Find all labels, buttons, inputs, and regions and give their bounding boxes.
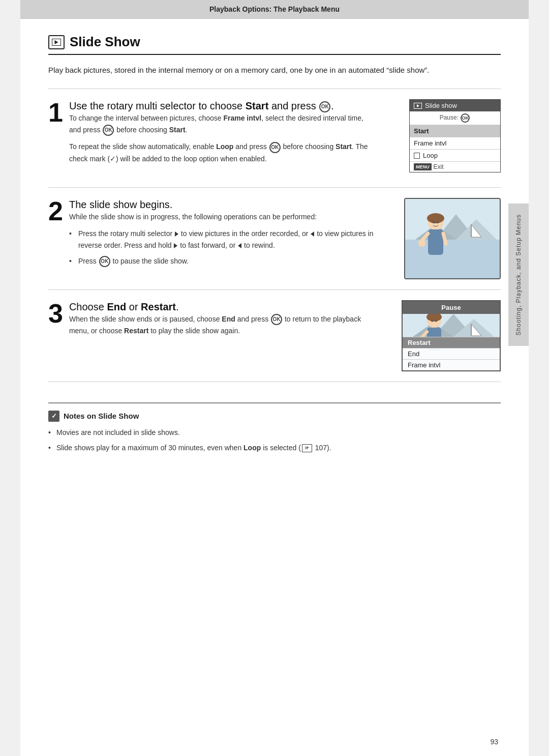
step2-illustration (384, 188, 501, 289)
note-item-1: Movies are not included in slide shows. (48, 427, 501, 438)
step1-heading: Use the rotary multi selector to choose … (69, 99, 374, 112)
pause-overlay-menu: Pause (403, 301, 500, 314)
slide-illustration-svg (405, 199, 501, 279)
menu-btn-icon: MENU (414, 163, 432, 170)
step3-illustration: Pause Restart End Frame intvl (402, 300, 501, 371)
svg-point-14 (437, 221, 439, 223)
ok-icon-inline2: OK (269, 142, 281, 153)
svg-point-27 (431, 320, 433, 322)
step1-heading-end: and press (271, 100, 319, 111)
notes-title: ✓ Notes on Slide Show (48, 411, 501, 422)
camera-screen (404, 198, 501, 279)
svg-point-13 (433, 221, 435, 223)
notes-icon: ✓ (48, 411, 59, 422)
step2-intro: While the slide show is in progress, the… (69, 211, 374, 223)
notes-list: Movies are not included in slide shows. … (48, 427, 501, 454)
menu-pause-item: Pause: OK (410, 111, 500, 125)
menu-title-bar: Slide show (410, 100, 500, 111)
step1-body: To change the interval between pictures,… (69, 112, 374, 165)
loop-checkbox (414, 153, 420, 159)
sidebar-text: Shooting, Playback, and Setup Menus (515, 214, 522, 335)
frame-intvl-item: Frame intvl (403, 359, 500, 370)
step2-heading: The slide show begins. (69, 198, 374, 211)
note-item-2: Slide shows play for a maximum of 30 min… (48, 442, 501, 453)
intro-paragraph: Play back pictures, stored in the intern… (48, 64, 501, 76)
ok-icon-inline1: OK (103, 125, 114, 136)
ok-button-icon1: OK (319, 101, 330, 112)
step3-section: 3 Choose End or Restart. When the slide … (48, 290, 501, 382)
step2-number: 2 (48, 198, 63, 224)
step3-number: 3 (48, 300, 63, 327)
slideshow-menu-ui: Slide show Pause: OK Start Frame intvl (409, 99, 501, 172)
step3-heading: Choose End or Restart. (69, 300, 374, 313)
menu-frame-item: Frame intvl (410, 137, 500, 150)
ok-icon-step2: OK (99, 256, 110, 267)
restart-item: Restart (403, 337, 500, 348)
slideshow-icon (48, 35, 65, 49)
step3-menu-image: Pause Restart End Frame intvl (384, 290, 501, 382)
notes-title-text: Notes on Slide Show (64, 412, 139, 420)
page-title-section: Slide Show (48, 34, 501, 55)
menu-title-text: Slide show (425, 102, 457, 109)
svg-point-12 (418, 240, 425, 247)
step1-heading-text: Use the rotary multi selector to choose (69, 100, 242, 111)
end-item: End (403, 348, 500, 359)
page-header: Playback Options: The Playback Menu (20, 0, 529, 19)
step3-body: When the slide show ends or is paused, c… (69, 313, 374, 337)
pause-bottom-menu: Restart End Frame intvl (403, 337, 500, 370)
menu-loop-item: Loop (410, 150, 500, 162)
sidebar-tab: Shooting, Playback, and Setup Menus (508, 203, 529, 346)
step1-heading-bold: Start (246, 100, 269, 111)
bullet-item-1: Press the rotary multi selector to view … (69, 228, 374, 251)
pause-header: Pause (403, 301, 500, 314)
svg-rect-9 (428, 229, 443, 255)
bullet-item-2: Press OK to pause the slide show. (69, 255, 374, 267)
menu-title-icon (414, 103, 422, 109)
arrow-right-icon2 (174, 243, 177, 248)
step1-para1: To change the interval between pictures,… (69, 112, 374, 136)
svg-point-28 (435, 320, 437, 322)
step3-para: When the slide show ends or is paused, c… (69, 313, 374, 337)
header-title: Playback Options: The Playback Menu (209, 5, 340, 13)
menu-start-item: Start (410, 125, 500, 137)
arrow-right-icon (175, 231, 178, 237)
svg-point-8 (427, 213, 444, 223)
ref-icon: ☞ (302, 444, 312, 452)
ok-icon-step3: OK (271, 314, 282, 325)
step1-section: 1 Use the rotary multi selector to choos… (48, 89, 501, 187)
svg-line-11 (443, 234, 446, 244)
step1-number: 1 (48, 99, 63, 126)
step2-bullets: Press the rotary multi selector to view … (69, 228, 374, 267)
pause-label: Pause: (440, 114, 461, 121)
step2-section: 2 The slide show begins. While the slide… (48, 187, 501, 290)
notes-section: ✓ Notes on Slide Show Movies are not inc… (48, 402, 501, 454)
page-title: Slide Show (70, 34, 140, 50)
pause-ok-icon: OK (461, 113, 470, 123)
arrow-left-icon (311, 231, 314, 237)
step1-para2: To repeat the slide show automatically, … (69, 141, 374, 164)
step3-right-content: Pause Restart End Frame intvl (402, 300, 501, 371)
step2-body: While the slide show is in progress, the… (69, 211, 374, 268)
arrow-left-icon2 (238, 243, 241, 248)
menu-exit-row: MENU Exit (410, 162, 500, 172)
step1-menu-image: Slide show Pause: OK Start Frame intvl (384, 89, 501, 187)
page-number: 93 (490, 738, 498, 746)
